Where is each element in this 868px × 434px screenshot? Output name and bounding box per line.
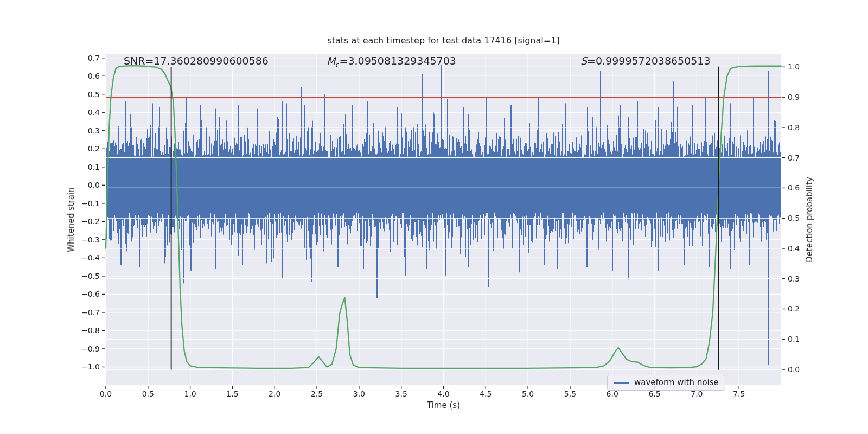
figure: stats at each timestep for test data 174… xyxy=(0,0,868,434)
x-tick-label: 5.5 xyxy=(554,390,586,398)
x-tick-label: 2.0 xyxy=(258,390,291,398)
legend-label: waveform with noise xyxy=(634,378,719,387)
annotation-chirp-mass-value: =3.095081329345703 xyxy=(340,55,456,67)
chart-title: stats at each timestep for test data 174… xyxy=(106,35,781,46)
legend: waveform with noise xyxy=(607,375,725,391)
y-tick-label-left: −0.6 xyxy=(62,290,100,298)
y-tick-label-left: 0.3 xyxy=(62,126,100,135)
y-tick-label-right: 0.6 xyxy=(788,183,826,192)
x-tick-label: 2.5 xyxy=(301,390,333,398)
y-tick-label-left: −0.2 xyxy=(62,217,100,226)
y-tick-label-left: 0.1 xyxy=(62,163,100,171)
y-tick-label-left: −1.0 xyxy=(62,362,100,371)
y-tick-label-left: 0.4 xyxy=(62,108,100,117)
y-tick-label-left: −0.5 xyxy=(62,272,100,280)
x-tick-label: 0.5 xyxy=(132,390,164,398)
annotation-chirp-mass: Mc=3.095081329345703 xyxy=(327,55,456,69)
x-tick-label: 0.0 xyxy=(90,390,122,398)
x-tick-label: 3.5 xyxy=(385,390,418,398)
x-tick-label: 3.0 xyxy=(343,390,375,398)
y-tick-label-left: −0.3 xyxy=(62,235,100,244)
y-tick-label-left: −0.8 xyxy=(62,326,100,335)
y-tick-label-left: −0.4 xyxy=(62,253,100,262)
annotation-snr-value: =17.360280990600586 xyxy=(145,55,268,67)
y-tick-label-left: −0.1 xyxy=(62,199,100,208)
y-tick-label-right: 0.7 xyxy=(788,154,826,162)
legend-line-swatch xyxy=(614,382,629,384)
y-tick-label-left: 0.2 xyxy=(62,144,100,153)
x-tick-label: 5.0 xyxy=(512,390,544,398)
y-tick-label-right: 0.5 xyxy=(788,214,826,222)
y-tick-label-right: 0.1 xyxy=(788,335,826,343)
y-tick-label-right: 1.0 xyxy=(788,62,826,71)
x-tick-label: 7.5 xyxy=(723,390,755,398)
annotation-snr-prefix: SNR xyxy=(124,55,145,67)
x-axis-label: Time (s) xyxy=(106,400,781,410)
annotation-chirp-mass-prefix: M xyxy=(327,55,335,67)
y-tick-label-right: 0.4 xyxy=(788,244,826,253)
x-tick-label: 1.0 xyxy=(174,390,207,398)
y-tick-label-left: 0.0 xyxy=(62,181,100,189)
y-tick-label-left: −0.7 xyxy=(62,308,100,317)
y-tick-label-left: 0.7 xyxy=(62,54,100,62)
y-tick-label-right: 0.3 xyxy=(788,275,826,283)
annotation-statistic-value: =0.9999572038650513 xyxy=(587,55,710,67)
annotation-statistic-prefix: S xyxy=(580,55,587,67)
x-tick-label: 1.5 xyxy=(216,390,248,398)
y-tick-label-left: −0.9 xyxy=(62,344,100,353)
y-tick-label-left: 0.5 xyxy=(62,90,100,99)
x-tick-label: 7.0 xyxy=(680,390,713,398)
y-tick-label-right: 0.2 xyxy=(788,304,826,313)
y-tick-label-left: 0.6 xyxy=(62,72,100,80)
x-tick-label: 4.5 xyxy=(469,390,502,398)
y-tick-label-right: 0.8 xyxy=(788,123,826,132)
annotation-snr: SNR=17.360280990600586 xyxy=(124,55,269,69)
y-tick-label-right: 0.9 xyxy=(788,93,826,101)
x-tick-label: 4.0 xyxy=(427,390,460,398)
x-tick-label: 6.0 xyxy=(596,390,629,398)
annotation-statistic: S=0.9999572038650513 xyxy=(580,55,711,69)
y-tick-label-right: 0.0 xyxy=(788,365,826,374)
annotation-chirp-mass-subscript: c xyxy=(335,61,339,69)
x-tick-label: 6.5 xyxy=(639,390,671,398)
